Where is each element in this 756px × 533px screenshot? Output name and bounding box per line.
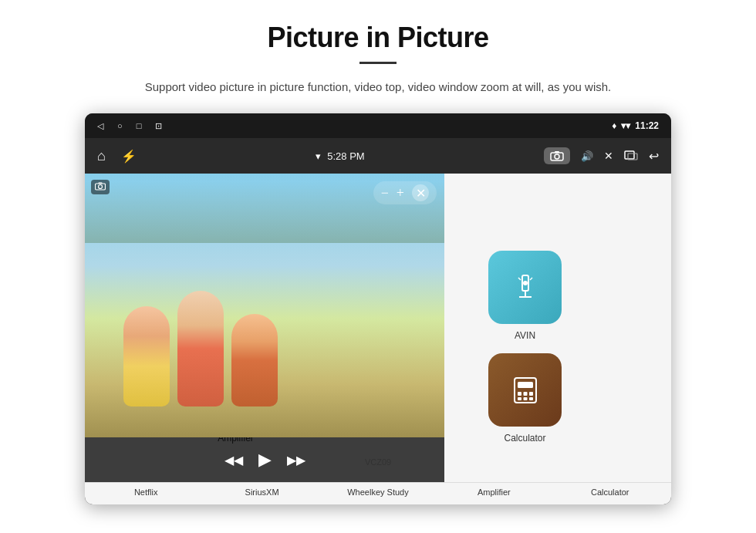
toolbar-back-icon[interactable]: ↩: [649, 149, 659, 164]
svg-rect-22: [518, 382, 533, 388]
title-divider: [359, 62, 397, 64]
toolbar: ⌂ ⚡ ▾ 5:28 PM 🔊 ✕: [85, 138, 671, 174]
back-nav-icon[interactable]: ◁: [97, 121, 103, 131]
next-button[interactable]: ▶▶: [287, 453, 305, 467]
calculator-app-icon[interactable]: [488, 353, 562, 427]
bottom-label-calculator: Calculator: [572, 487, 649, 497]
toolbar-wifi-icon: ▾: [316, 150, 321, 162]
svg-rect-7: [99, 183, 103, 184]
svg-point-1: [555, 154, 559, 159]
toolbar-close-icon[interactable]: ✕: [604, 150, 613, 162]
svg-rect-3: [625, 151, 634, 159]
svg-rect-2: [555, 151, 559, 153]
pip-close-button[interactable]: ✕: [412, 184, 429, 201]
camera-button[interactable]: [544, 147, 570, 164]
svg-line-16: [530, 278, 532, 280]
svg-rect-23: [518, 392, 521, 396]
status-time: 11:22: [635, 120, 659, 131]
pip-camera-icon: [91, 180, 110, 194]
wifi-status-icon: ▾▾: [621, 120, 630, 131]
content-area: − + ✕ ◀◀ ▶ ▶▶: [85, 174, 671, 482]
bottom-label-netflix: Netflix: [107, 487, 184, 497]
recents-nav-icon[interactable]: □: [137, 121, 142, 130]
svg-line-15: [518, 278, 521, 280]
pip-controls: − + ✕: [373, 181, 437, 204]
bottom-label-siriusxm: SiriusXM: [224, 487, 301, 497]
svg-rect-25: [529, 392, 533, 396]
page-subtitle: Support video picture in picture functio…: [145, 78, 611, 96]
location-icon: ♦: [612, 120, 616, 131]
avin-app-icon[interactable]: [488, 251, 562, 324]
toolbar-volume-icon[interactable]: 🔊: [581, 150, 593, 162]
prev-button[interactable]: ◀◀: [224, 453, 243, 467]
pip-overlay: − + ✕ ◀◀ ▶ ▶▶: [85, 174, 444, 482]
svg-rect-26: [518, 397, 521, 400]
toolbar-time: 5:28 PM: [327, 150, 364, 162]
playback-bar: ◀◀ ▶ ▶▶: [85, 437, 444, 482]
pip-plus-button[interactable]: +: [397, 186, 404, 200]
page-title: Picture in Picture: [267, 22, 488, 54]
status-bar: ◁ ○ □ ⊡ ♦ ▾▾ 11:22: [85, 113, 671, 138]
home-nav-icon[interactable]: ○: [117, 121, 123, 130]
svg-rect-24: [523, 392, 527, 396]
svg-point-17: [523, 281, 528, 285]
calculator-app-label: Calculator: [504, 433, 545, 444]
device-frame: ◁ ○ □ ⊡ ♦ ▾▾ 11:22 ⌂ ⚡ ▾ 5:28 PM: [85, 113, 671, 504]
svg-point-6: [99, 185, 103, 189]
bottom-label-wheelkey: Wheelkey Study: [339, 487, 417, 497]
bottom-label-amplifier: Amplifier: [455, 487, 532, 497]
avin-app-label: AVIN: [515, 330, 535, 341]
svg-rect-27: [523, 397, 527, 400]
screenshot-icon[interactable]: ⊡: [155, 121, 162, 131]
pip-minus-button[interactable]: −: [381, 186, 389, 200]
toolbar-usb-icon[interactable]: ⚡: [121, 149, 137, 164]
toolbar-window-icon[interactable]: [624, 150, 638, 163]
svg-rect-28: [529, 397, 533, 400]
play-button[interactable]: ▶: [258, 450, 272, 470]
pip-video: − + ✕: [85, 174, 444, 437]
toolbar-home-icon[interactable]: ⌂: [97, 148, 106, 164]
